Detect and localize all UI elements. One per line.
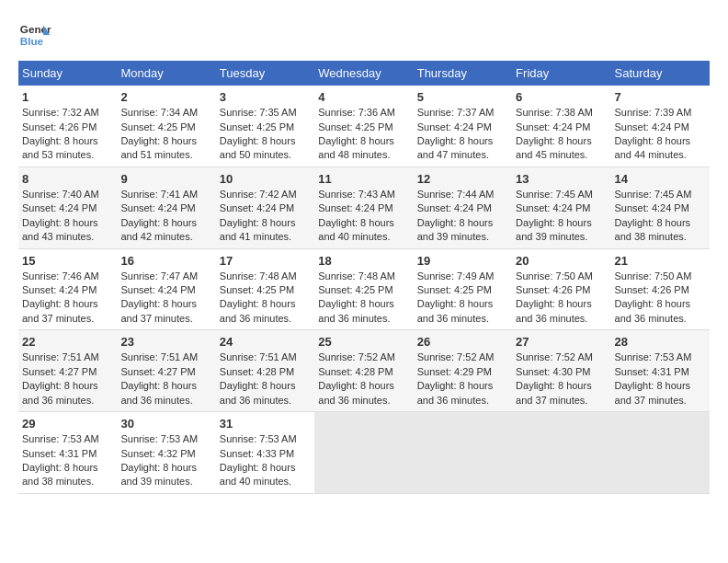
calendar-cell: [414, 412, 512, 494]
daylight-line: Daylight: 8 hours and 36 minutes.: [417, 379, 508, 408]
calendar-cell: 29Sunrise: 7:53 AMSunset: 4:31 PMDayligh…: [18, 412, 117, 494]
calendar-cell: 7Sunrise: 7:39 AMSunset: 4:24 PMDaylight…: [611, 86, 710, 167]
daylight-line: Daylight: 8 hours and 48 minutes.: [318, 134, 409, 163]
calendar-cell: 25Sunrise: 7:52 AMSunset: 4:28 PMDayligh…: [314, 330, 413, 412]
sunrise-line: Sunrise: 7:34 AM: [120, 106, 211, 120]
calendar-cell: 12Sunrise: 7:44 AMSunset: 4:24 PMDayligh…: [414, 167, 512, 248]
day-number: 12: [417, 171, 508, 188]
sunset-line: Sunset: 4:25 PM: [220, 283, 311, 297]
sunset-line: Sunset: 4:26 PM: [516, 283, 607, 297]
calendar-cell: 11Sunrise: 7:43 AMSunset: 4:24 PMDayligh…: [314, 167, 413, 248]
calendar-cell: 30Sunrise: 7:53 AMSunset: 4:32 PMDayligh…: [117, 412, 215, 494]
day-number: 23: [120, 334, 211, 350]
sunset-line: Sunset: 4:29 PM: [417, 365, 508, 379]
sunrise-line: Sunrise: 7:43 AM: [318, 188, 409, 201]
daylight-line: Daylight: 8 hours and 36 minutes.: [615, 297, 706, 326]
sunrise-line: Sunrise: 7:45 AM: [615, 188, 706, 201]
daylight-line: Daylight: 8 hours and 37 minutes.: [22, 297, 113, 326]
sunset-line: Sunset: 4:28 PM: [220, 365, 311, 379]
sunset-line: Sunset: 4:24 PM: [615, 201, 706, 215]
day-header: Wednesday: [314, 61, 413, 86]
day-number: 20: [516, 253, 607, 270]
logo-icon: General Blue: [18, 18, 51, 52]
sunset-line: Sunset: 4:24 PM: [417, 201, 508, 215]
daylight-line: Daylight: 8 hours and 43 minutes.: [22, 216, 113, 245]
sunrise-line: Sunrise: 7:45 AM: [516, 188, 607, 201]
day-number: 16: [120, 253, 211, 270]
calendar-cell: [611, 412, 710, 494]
sunrise-line: Sunrise: 7:53 AM: [615, 350, 706, 364]
calendar-cell: 9Sunrise: 7:41 AMSunset: 4:24 PMDaylight…: [117, 167, 215, 248]
day-number: 6: [516, 89, 607, 106]
calendar-cell: 10Sunrise: 7:42 AMSunset: 4:24 PMDayligh…: [216, 167, 314, 248]
day-number: 26: [417, 334, 508, 350]
day-header: Saturday: [611, 61, 710, 86]
sunset-line: Sunset: 4:25 PM: [417, 283, 508, 297]
calendar-cell: 6Sunrise: 7:38 AMSunset: 4:24 PMDaylight…: [512, 86, 610, 167]
calendar-cell: 5Sunrise: 7:37 AMSunset: 4:24 PMDaylight…: [414, 86, 512, 167]
daylight-line: Daylight: 8 hours and 39 minutes.: [417, 216, 508, 245]
sunset-line: Sunset: 4:24 PM: [417, 121, 508, 134]
daylight-line: Daylight: 8 hours and 47 minutes.: [417, 134, 508, 163]
calendar-cell: 27Sunrise: 7:52 AMSunset: 4:30 PMDayligh…: [512, 330, 610, 412]
day-number: 28: [615, 334, 706, 350]
daylight-line: Daylight: 8 hours and 45 minutes.: [516, 134, 607, 163]
calendar-cell: 2Sunrise: 7:34 AMSunset: 4:25 PMDaylight…: [117, 86, 215, 167]
day-number: 11: [318, 171, 409, 188]
sunrise-line: Sunrise: 7:37 AM: [417, 106, 508, 120]
day-number: 3: [220, 89, 311, 106]
sunrise-line: Sunrise: 7:53 AM: [220, 432, 311, 446]
day-number: 21: [615, 253, 706, 270]
daylight-line: Daylight: 8 hours and 37 minutes.: [516, 379, 607, 408]
daylight-line: Daylight: 8 hours and 36 minutes.: [318, 379, 409, 408]
calendar-cell: 20Sunrise: 7:50 AMSunset: 4:26 PMDayligh…: [512, 248, 610, 330]
page-header: General Blue: [18, 18, 710, 52]
calendar-cell: 22Sunrise: 7:51 AMSunset: 4:27 PMDayligh…: [18, 330, 117, 412]
day-number: 8: [22, 171, 113, 188]
day-number: 24: [220, 334, 311, 350]
sunrise-line: Sunrise: 7:49 AM: [417, 270, 508, 283]
daylight-line: Daylight: 8 hours and 38 minutes.: [615, 216, 706, 245]
sunset-line: Sunset: 4:24 PM: [120, 283, 211, 297]
day-header: Sunday: [18, 61, 117, 86]
sunset-line: Sunset: 4:24 PM: [220, 201, 311, 215]
day-number: 13: [516, 171, 607, 188]
sunrise-line: Sunrise: 7:50 AM: [516, 270, 607, 283]
sunset-line: Sunset: 4:24 PM: [120, 201, 211, 215]
calendar-cell: 21Sunrise: 7:50 AMSunset: 4:26 PMDayligh…: [611, 248, 710, 330]
sunrise-line: Sunrise: 7:52 AM: [516, 350, 607, 364]
sunrise-line: Sunrise: 7:51 AM: [120, 350, 211, 364]
day-header: Thursday: [414, 61, 512, 86]
daylight-line: Daylight: 8 hours and 39 minutes.: [516, 216, 607, 245]
daylight-line: Daylight: 8 hours and 36 minutes.: [22, 379, 113, 408]
calendar-week-row: 1Sunrise: 7:32 AMSunset: 4:26 PMDaylight…: [18, 86, 710, 167]
calendar-cell: 24Sunrise: 7:51 AMSunset: 4:28 PMDayligh…: [216, 330, 314, 412]
sunset-line: Sunset: 4:27 PM: [120, 365, 211, 379]
calendar-table: SundayMondayTuesdayWednesdayThursdayFrid…: [18, 61, 710, 494]
daylight-line: Daylight: 8 hours and 36 minutes.: [220, 297, 311, 326]
sunset-line: Sunset: 4:24 PM: [516, 121, 607, 134]
calendar-week-row: 29Sunrise: 7:53 AMSunset: 4:31 PMDayligh…: [18, 412, 710, 494]
sunset-line: Sunset: 4:24 PM: [318, 201, 409, 215]
day-number: 14: [615, 171, 706, 188]
day-number: 7: [615, 89, 706, 106]
sunrise-line: Sunrise: 7:52 AM: [417, 350, 508, 364]
calendar-cell: 1Sunrise: 7:32 AMSunset: 4:26 PMDaylight…: [18, 86, 117, 167]
sunrise-line: Sunrise: 7:52 AM: [318, 350, 409, 364]
calendar-cell: 16Sunrise: 7:47 AMSunset: 4:24 PMDayligh…: [117, 248, 215, 330]
sunset-line: Sunset: 4:28 PM: [318, 365, 409, 379]
calendar-cell: 28Sunrise: 7:53 AMSunset: 4:31 PMDayligh…: [611, 330, 710, 412]
calendar-cell: 13Sunrise: 7:45 AMSunset: 4:24 PMDayligh…: [512, 167, 610, 248]
day-number: 15: [22, 253, 113, 270]
calendar-week-row: 8Sunrise: 7:40 AMSunset: 4:24 PMDaylight…: [18, 167, 710, 248]
day-number: 29: [22, 416, 113, 432]
daylight-line: Daylight: 8 hours and 51 minutes.: [120, 134, 211, 163]
day-number: 30: [120, 416, 211, 432]
day-number: 10: [220, 171, 311, 188]
sunrise-line: Sunrise: 7:38 AM: [516, 106, 607, 120]
calendar-cell: 23Sunrise: 7:51 AMSunset: 4:27 PMDayligh…: [117, 330, 215, 412]
calendar-cell: [512, 412, 610, 494]
sunset-line: Sunset: 4:25 PM: [318, 283, 409, 297]
sunset-line: Sunset: 4:26 PM: [615, 283, 706, 297]
daylight-line: Daylight: 8 hours and 40 minutes.: [220, 461, 311, 489]
